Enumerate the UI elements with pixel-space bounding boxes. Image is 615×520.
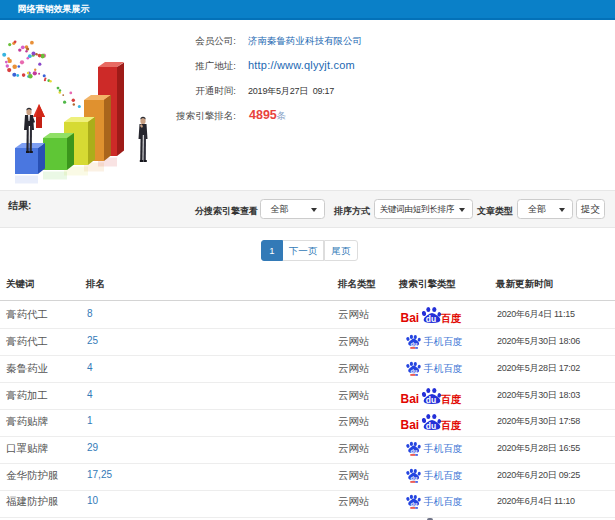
svg-text:手机百度: 手机百度 bbox=[423, 362, 462, 373]
svg-text:du: du bbox=[426, 421, 436, 431]
svg-text:手机百度: 手机百度 bbox=[423, 335, 462, 346]
svg-text:du: du bbox=[410, 500, 417, 506]
svg-text:du: du bbox=[410, 447, 417, 453]
svg-text:百度: 百度 bbox=[441, 394, 462, 405]
svg-text:百度: 百度 bbox=[441, 420, 462, 431]
svg-text:Bai: Bai bbox=[401, 311, 420, 324]
svg-text:手机百度: 手机百度 bbox=[423, 495, 462, 506]
svg-text:手机百度: 手机百度 bbox=[423, 442, 462, 453]
svg-text:du: du bbox=[410, 340, 417, 346]
svg-text:Bai: Bai bbox=[401, 418, 420, 431]
svg-text:du: du bbox=[410, 367, 417, 373]
svg-text:du: du bbox=[410, 474, 417, 480]
svg-text:Bai: Bai bbox=[401, 392, 420, 405]
svg-text:du: du bbox=[426, 394, 436, 404]
svg-text:手机百度: 手机百度 bbox=[423, 469, 462, 480]
svg-text:百度: 百度 bbox=[441, 313, 462, 324]
svg-text:du: du bbox=[426, 313, 436, 323]
